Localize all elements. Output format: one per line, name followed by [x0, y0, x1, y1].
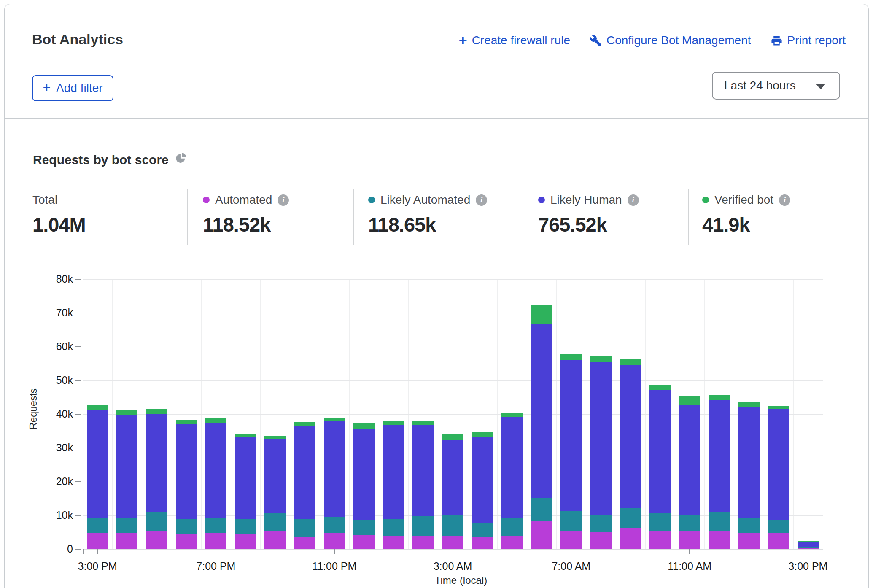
bar-400pm[interactable] [116, 410, 137, 549]
bar-800am[interactable] [590, 356, 612, 549]
bar-segment-verified-bot [560, 354, 582, 360]
bar-segment-automated [798, 548, 819, 549]
stat-value: 118.52k [203, 213, 289, 236]
bar-1200pm[interactable] [709, 395, 730, 549]
action-label: Create firewall rule [472, 34, 570, 47]
bar-1100pm[interactable] [324, 418, 345, 549]
info-icon[interactable]: i [779, 194, 790, 206]
bar-500am[interactable] [501, 413, 523, 549]
add-filter-button[interactable]: + Add filter [32, 75, 113, 101]
bar-600pm[interactable] [176, 420, 197, 549]
configure-bot-management-link[interactable]: Configure Bot Management [590, 34, 751, 47]
bar-segment-automated [768, 533, 789, 549]
action-label: Configure Bot Management [606, 34, 751, 47]
bar-segment-likely-automated [87, 518, 108, 534]
bar-segment-automated [235, 534, 256, 549]
x-axis-tick [97, 549, 98, 554]
h-gridline [83, 380, 823, 381]
bar-900am[interactable] [620, 359, 641, 549]
x-tick-label: 3:00 AM [415, 560, 491, 572]
y-axis-tick [75, 549, 81, 550]
likely-human-dot [538, 197, 545, 203]
bar-segment-likely-human [235, 437, 256, 519]
bar-segment-likely-automated [294, 519, 315, 537]
v-gridline [408, 279, 409, 549]
bar-segment-verified-bot [768, 406, 789, 409]
bar-300pm[interactable] [798, 541, 819, 549]
bar-400am[interactable] [472, 432, 493, 549]
bar-1000am[interactable] [649, 385, 671, 549]
bar-300pm[interactable] [87, 405, 108, 549]
x-tick-label: 7:00 AM [533, 560, 609, 572]
bar-segment-likely-automated [560, 511, 582, 531]
bar-segment-verified-bot [472, 432, 493, 437]
bar-segment-automated [620, 528, 641, 549]
info-icon[interactable]: i [278, 194, 289, 206]
y-tick-label: 50k [31, 374, 73, 386]
x-tick-label: 3:00 PM [770, 560, 846, 572]
stat-label: Total [32, 193, 57, 207]
stat-value: 41.9k [702, 213, 790, 236]
bar-segment-automated [442, 536, 463, 549]
bar-100am[interactable] [383, 421, 404, 549]
info-icon[interactable]: i [476, 194, 487, 206]
bar-segment-likely-automated [738, 518, 760, 533]
bar-800pm[interactable] [235, 434, 256, 549]
stat-value: 118.65k [368, 213, 487, 236]
bar-600am[interactable] [531, 305, 552, 549]
bot-analytics-page: Bot Analytics +Create firewall ruleConfi… [0, 0, 873, 588]
bar-segment-likely-human [679, 405, 700, 515]
bar-segment-likely-automated [324, 517, 345, 533]
bar-segment-likely-human [768, 409, 789, 520]
bar-900pm[interactable] [264, 436, 286, 549]
bar-segment-likely-human [709, 400, 730, 512]
bar-500pm[interactable] [146, 409, 167, 549]
bar-1100am[interactable] [679, 396, 700, 549]
bar-segment-likely-human [501, 417, 523, 518]
create-firewall-rule-link[interactable]: +Create firewall rule [459, 34, 570, 47]
bar-segment-likely-human [472, 437, 493, 523]
bar-segment-automated [412, 536, 434, 549]
print-report-link[interactable]: Print report [771, 34, 846, 47]
bar-segment-likely-automated [472, 523, 493, 537]
bar-700pm[interactable] [205, 418, 226, 549]
bar-segment-verified-bot [176, 420, 197, 424]
bar-segment-likely-human [87, 410, 108, 518]
h-gridline [83, 279, 823, 280]
bar-200pm[interactable] [768, 406, 789, 549]
bar-100pm[interactable] [738, 402, 760, 549]
v-gridline [201, 279, 202, 549]
bar-segment-automated [353, 535, 375, 549]
v-gridline [586, 279, 586, 549]
v-gridline [83, 279, 83, 549]
x-tick-label: 3:00 PM [59, 560, 135, 572]
stat-value: 765.52k [538, 213, 639, 236]
info-icon[interactable]: i [628, 194, 639, 206]
stat-label: Likely Automated [380, 193, 470, 207]
v-gridline [438, 279, 438, 549]
y-tick-label: 10k [31, 509, 73, 521]
bar-segment-automated [501, 536, 523, 549]
bar-200am[interactable] [412, 421, 434, 549]
bar-300am[interactable] [442, 434, 463, 549]
bar-segment-verified-bot [87, 405, 108, 410]
stat-total: Total 1.04M [32, 193, 86, 236]
bar-1000pm[interactable] [294, 422, 315, 549]
bar-segment-likely-automated [176, 519, 197, 534]
bar-segment-likely-automated [412, 516, 434, 536]
v-gridline [349, 279, 350, 549]
y-axis-tick [75, 481, 81, 482]
bar-segment-verified-bot [264, 436, 286, 439]
bar-segment-automated [176, 534, 197, 549]
time-range-dropdown[interactable]: Last 24 hours [712, 72, 840, 100]
bar-segment-likely-human [176, 424, 197, 519]
bar-700am[interactable] [560, 354, 582, 549]
bar-1200am[interactable] [353, 423, 375, 549]
bar-segment-likely-automated [235, 519, 256, 534]
bar-segment-likely-human [798, 542, 819, 548]
bar-segment-likely-automated [353, 520, 375, 534]
bar-segment-automated [472, 537, 493, 549]
v-gridline [290, 279, 290, 549]
y-axis-tick [75, 380, 81, 381]
y-tick-label: 60k [31, 340, 73, 353]
